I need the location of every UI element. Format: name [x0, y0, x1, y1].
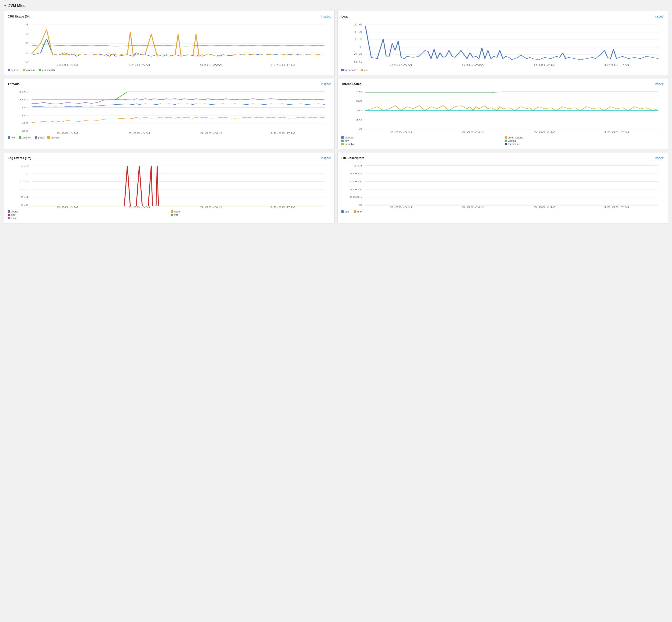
svg-text:1.6: 1.6: [354, 23, 362, 26]
svg-text:9:00 AM: 9:00 AM: [534, 206, 556, 208]
svg-text:0: 0: [359, 204, 362, 206]
svg-text:1.2: 1.2: [20, 165, 29, 167]
inspect-link-load[interactable]: Inspect: [655, 15, 664, 18]
card-title-cpu-usage: CPU Usage (%): [8, 15, 30, 18]
legend-item-process-1h: process-1h: [39, 69, 54, 71]
svg-text:3:00 AM: 3:00 AM: [390, 64, 412, 66]
svg-text:12:00 PM: 12:00 PM: [604, 64, 629, 66]
card-log-events: Log Events (1m) Inspect 1.2 1 0.8 0.6 0.…: [4, 152, 335, 223]
dashboard-grid: CPU Usage (%) Inspect 4 3 2 1 0 3:00 AM …: [4, 11, 668, 223]
svg-text:800k: 800k: [349, 173, 362, 175]
legend-thread-states: blocked timed-waiting new waiting runnab…: [341, 136, 664, 145]
inspect-link-threads[interactable]: Inspect: [321, 82, 331, 86]
legend-cpu-usage: system process process-1h: [8, 69, 331, 71]
svg-text:12:00 PM: 12:00 PM: [604, 131, 629, 133]
legend-item-process: process: [23, 69, 35, 71]
svg-text:1M: 1M: [354, 165, 362, 167]
svg-text:9:00 AM: 9:00 AM: [200, 206, 222, 208]
card-file-descriptors: File Descriptors Inspect 1M 800k 600k 40…: [337, 152, 668, 223]
svg-text:4: 4: [25, 23, 29, 26]
svg-text:100: 100: [19, 99, 29, 101]
svg-text:2: 2: [25, 42, 29, 44]
card-cpu-usage: CPU Usage (%) Inspect 4 3 2 1 0 3:00 AM …: [4, 11, 335, 75]
card-title-file-descriptors: File Descriptors: [341, 156, 364, 160]
svg-text:9:00 AM: 9:00 AM: [200, 132, 222, 134]
svg-text:12:00 PM: 12:00 PM: [604, 206, 629, 208]
svg-text:6:00 AM: 6:00 AM: [462, 64, 484, 66]
svg-text:3:00 AM: 3:00 AM: [390, 131, 412, 133]
card-load: Load Inspect 1.6 1.4 1.2 1 0.8 0.6 3:00 …: [337, 11, 668, 75]
legend-item-system: system: [8, 69, 19, 71]
legend-file-descriptors: open max: [341, 210, 664, 213]
svg-text:0.8: 0.8: [354, 53, 362, 56]
svg-text:12:00 PM: 12:00 PM: [270, 64, 296, 66]
section-header: ▼ JVM Misc: [4, 4, 668, 8]
svg-text:3: 3: [25, 33, 29, 35]
inspect-link-cpu-usage[interactable]: Inspect: [321, 15, 331, 18]
svg-text:6:00 AM: 6:00 AM: [128, 64, 150, 66]
svg-text:10: 10: [356, 118, 362, 121]
inspect-link-file-descriptors[interactable]: Inspect: [655, 156, 664, 160]
svg-text:30: 30: [356, 100, 362, 102]
svg-text:0.6: 0.6: [20, 188, 29, 191]
card-title-threads: Threads: [8, 82, 20, 86]
card-title-thread-states: Thread States: [341, 82, 362, 86]
svg-text:9:00 AM: 9:00 AM: [534, 131, 556, 133]
chart-load: 1.6 1.4 1.2 1 0.8 0.6 3:00 AM 6:00 AM 9:…: [341, 20, 664, 67]
svg-text:3:00 AM: 3:00 AM: [57, 64, 78, 66]
svg-text:6:00 AM: 6:00 AM: [462, 206, 484, 208]
inspect-link-thread-states[interactable]: Inspect: [655, 82, 664, 86]
svg-text:1: 1: [25, 173, 29, 175]
svg-text:3:00 AM: 3:00 AM: [57, 206, 78, 208]
svg-text:400k: 400k: [349, 188, 362, 191]
svg-text:0.2: 0.2: [20, 204, 29, 206]
svg-text:0: 0: [25, 61, 29, 63]
svg-text:6:00 AM: 6:00 AM: [462, 131, 484, 133]
legend-item-cpu: cpu: [361, 69, 368, 71]
svg-text:12:00 PM: 12:00 PM: [270, 132, 296, 134]
card-title-log-events: Log Events (1m): [8, 156, 31, 160]
svg-text:60: 60: [22, 114, 29, 116]
chart-file-descriptors: 1M 800k 600k 400k 200k 0 3:00 AM 6:00 AM…: [341, 162, 664, 208]
svg-text:3:00 AM: 3:00 AM: [57, 132, 78, 134]
svg-text:20: 20: [356, 109, 362, 112]
chart-threads: 120 100 80 60 40 20 3:00 AM 6:00 AM 9:00…: [8, 88, 331, 134]
svg-text:20: 20: [22, 130, 29, 132]
svg-text:1: 1: [359, 46, 362, 48]
svg-text:1.4: 1.4: [354, 31, 362, 33]
legend-log-events: debug warn error info trace: [8, 210, 331, 219]
card-threads: Threads Inspect 120 100 80 60 40 20 3:00…: [4, 78, 335, 149]
inspect-link-log-events[interactable]: Inspect: [321, 156, 331, 160]
svg-text:6:00 AM: 6:00 AM: [128, 206, 150, 208]
svg-text:0.6: 0.6: [354, 61, 362, 63]
chevron-down-icon[interactable]: ▼: [4, 4, 6, 7]
legend-item-system-1m: system-1m: [341, 69, 357, 71]
svg-text:3:00 AM: 3:00 AM: [390, 206, 412, 208]
svg-text:6:00 AM: 6:00 AM: [128, 132, 150, 134]
card-thread-states: Thread States Inspect 40 30 20 10 0 3:00…: [337, 78, 668, 149]
svg-text:0.4: 0.4: [20, 196, 29, 198]
legend-threads: live daemon peak process: [8, 136, 331, 139]
svg-text:9:00 AM: 9:00 AM: [200, 64, 222, 66]
svg-text:12:00 PM: 12:00 PM: [270, 206, 296, 208]
svg-text:1.2: 1.2: [354, 38, 362, 41]
svg-text:80: 80: [22, 106, 29, 109]
svg-text:40: 40: [356, 91, 362, 93]
section-title: JVM Misc: [8, 4, 26, 8]
svg-text:40: 40: [22, 122, 29, 124]
card-title-load: Load: [341, 15, 348, 18]
chart-thread-states: 40 30 20 10 0 3:00 AM 6:00 AM 9:00 AM 12…: [341, 88, 664, 134]
svg-text:1: 1: [25, 51, 29, 54]
chart-log-events: 1.2 1 0.8 0.6 0.4 0.2 3:00 AM 6:00 AM 9:…: [8, 162, 331, 208]
chart-cpu-usage: 4 3 2 1 0 3:00 AM 6:00 AM 9:00 AM 12:00 …: [8, 20, 331, 67]
svg-text:200k: 200k: [349, 196, 362, 198]
legend-load: system-1m cpu: [341, 69, 664, 71]
svg-text:0.8: 0.8: [20, 180, 29, 182]
svg-text:9:00 AM: 9:00 AM: [534, 64, 556, 66]
svg-text:600k: 600k: [349, 180, 362, 182]
svg-text:120: 120: [19, 91, 29, 93]
svg-text:0: 0: [359, 128, 362, 130]
